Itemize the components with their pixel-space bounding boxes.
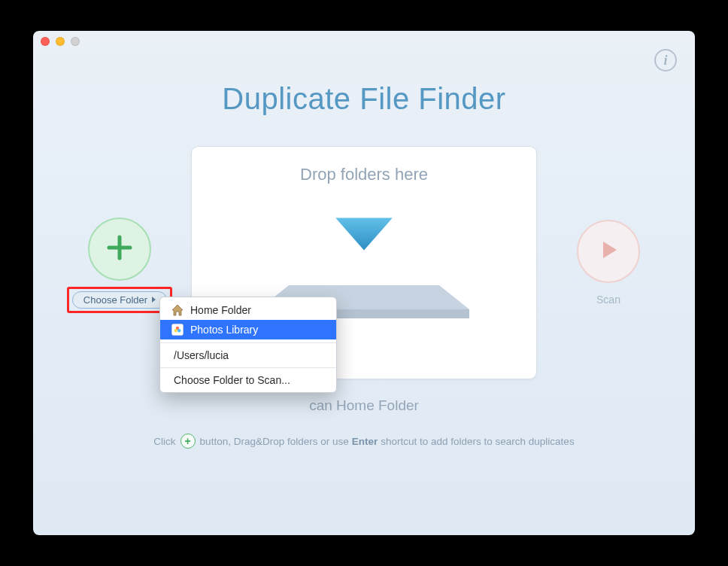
zoom-window-button[interactable]	[71, 37, 80, 46]
play-icon	[596, 238, 620, 265]
plus-icon	[105, 233, 135, 266]
drop-arrow-icon	[330, 211, 398, 257]
home-icon	[171, 303, 184, 317]
menu-item-label: Photos Library	[190, 324, 258, 336]
hint-bold: Enter	[352, 436, 378, 447]
menu-item-label: Choose Folder to Scan...	[174, 374, 290, 386]
svg-point-4	[174, 329, 177, 332]
menu-item-photos-library[interactable]: Photos Library	[160, 320, 336, 339]
left-column: Choose Folder	[71, 218, 168, 309]
info-icon: i	[663, 53, 667, 68]
menu-item-label: /Users/lucia	[174, 349, 229, 361]
menu-item-label: Home Folder	[190, 304, 251, 316]
hint-prefix: Click	[153, 436, 175, 447]
main-content: Choose Folder Drop folders here	[33, 146, 695, 379]
photos-icon	[171, 323, 184, 336]
menu-separator	[160, 342, 336, 343]
subtitle-text: can Home Folder	[33, 397, 695, 414]
titlebar	[33, 31, 695, 52]
hint-text: Click + button, Drag&Drop folders or use…	[33, 434, 695, 449]
scan-label: Scan	[596, 294, 620, 306]
add-folder-button[interactable]	[88, 218, 151, 281]
menu-item-choose-folder-to-scan[interactable]: Choose Folder to Scan...	[160, 371, 336, 389]
menu-item-recent-path[interactable]: /Users/lucia	[160, 346, 336, 364]
right-column: Scan	[560, 220, 657, 306]
choose-folder-label: Choose Folder	[83, 294, 147, 306]
menu-item-home-folder[interactable]: Home Folder	[160, 300, 336, 320]
app-title: Duplicate File Finder	[33, 82, 695, 116]
hint-suffix: shortcut to add folders to search duplic…	[381, 436, 574, 447]
drop-area-title: Drop folders here	[300, 165, 428, 184]
hint-mid: button, Drag&Drop folders or use	[200, 436, 349, 447]
choose-folder-menu: Home Folder Photos Library /Users/lucia	[159, 297, 337, 393]
window-controls	[41, 37, 80, 46]
chevron-right-icon	[151, 294, 157, 306]
menu-separator	[160, 367, 336, 368]
close-window-button[interactable]	[41, 37, 50, 46]
plus-icon: +	[180, 434, 196, 449]
svg-point-5	[177, 329, 180, 332]
scan-button[interactable]	[577, 220, 640, 283]
choose-folder-button[interactable]: Choose Folder	[72, 291, 167, 309]
app-window: i Duplicate File Finder Choose Folder	[33, 31, 695, 535]
info-button[interactable]: i	[654, 49, 677, 72]
minimize-window-button[interactable]	[56, 37, 65, 46]
